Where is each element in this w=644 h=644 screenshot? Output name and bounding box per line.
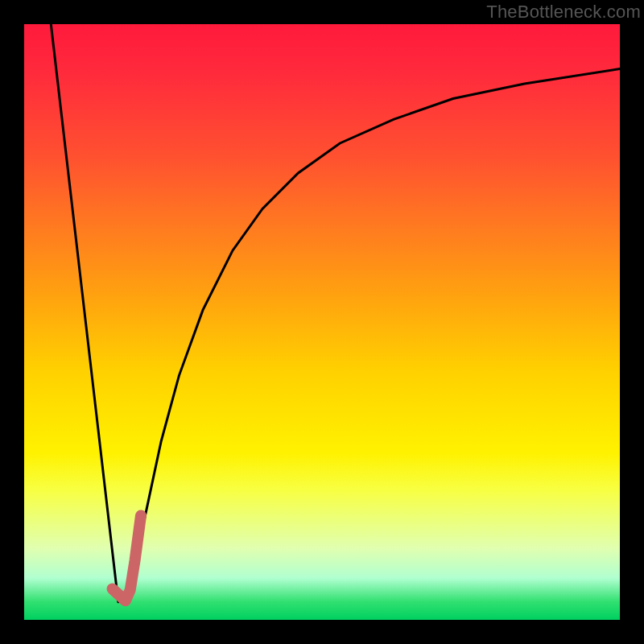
chart-container: TheBottleneck.com (0, 0, 644, 644)
plot-area (24, 24, 620, 620)
watermark-text: TheBottleneck.com (486, 2, 641, 23)
